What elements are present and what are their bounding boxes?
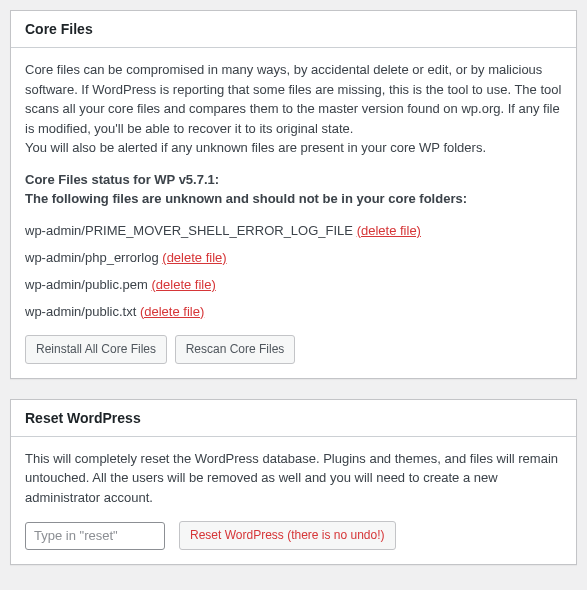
file-path: wp-admin/PRIME_MOVER_SHELL_ERROR_LOG_FIL… bbox=[25, 223, 353, 238]
core-files-intro: Core files can be compromised in many wa… bbox=[25, 60, 562, 138]
core-files-alert-note: You will also be alerted if any unknown … bbox=[25, 138, 562, 158]
reset-wordpress-description: This will completely reset the WordPress… bbox=[25, 449, 562, 508]
reset-wordpress-panel: Reset WordPress This will completely res… bbox=[10, 399, 577, 566]
rescan-core-files-button[interactable]: Rescan Core Files bbox=[175, 335, 296, 364]
file-path: wp-admin/public.pem bbox=[25, 277, 148, 292]
core-files-status-heading: Core Files status for WP v5.7.1: bbox=[25, 170, 562, 190]
list-item: wp-admin/PRIME_MOVER_SHELL_ERROR_LOG_FIL… bbox=[25, 217, 562, 244]
delete-file-link[interactable]: (delete file) bbox=[151, 277, 215, 292]
unknown-files-list: wp-admin/PRIME_MOVER_SHELL_ERROR_LOG_FIL… bbox=[25, 217, 562, 325]
core-files-panel: Core Files Core files can be compromised… bbox=[10, 10, 577, 379]
list-item: wp-admin/public.pem (delete file) bbox=[25, 271, 562, 298]
core-files-buttons: Reinstall All Core Files Rescan Core Fil… bbox=[25, 335, 562, 364]
file-path: wp-admin/public.txt bbox=[25, 304, 136, 319]
list-item: wp-admin/php_errorlog (delete file) bbox=[25, 244, 562, 271]
delete-file-link[interactable]: (delete file) bbox=[162, 250, 226, 265]
reset-wordpress-button[interactable]: Reset WordPress (there is no undo!) bbox=[179, 521, 396, 550]
reset-wordpress-body: This will completely reset the WordPress… bbox=[11, 437, 576, 565]
delete-file-link[interactable]: (delete file) bbox=[357, 223, 421, 238]
reinstall-core-files-button[interactable]: Reinstall All Core Files bbox=[25, 335, 167, 364]
core-files-body: Core files can be compromised in many wa… bbox=[11, 48, 576, 378]
core-files-header: Core Files bbox=[11, 11, 576, 48]
reset-wordpress-header: Reset WordPress bbox=[11, 400, 576, 437]
delete-file-link[interactable]: (delete file) bbox=[140, 304, 204, 319]
reset-wordpress-title: Reset WordPress bbox=[11, 400, 576, 436]
reset-controls-row: Reset WordPress (there is no undo!) bbox=[25, 521, 562, 550]
file-path: wp-admin/php_errorlog bbox=[25, 250, 159, 265]
list-item: wp-admin/public.txt (delete file) bbox=[25, 298, 562, 325]
core-files-status: Core Files status for WP v5.7.1: The fol… bbox=[25, 170, 562, 209]
core-files-status-subheading: The following files are unknown and shou… bbox=[25, 189, 562, 209]
reset-confirmation-input[interactable] bbox=[25, 522, 165, 550]
core-files-title: Core Files bbox=[11, 11, 576, 47]
